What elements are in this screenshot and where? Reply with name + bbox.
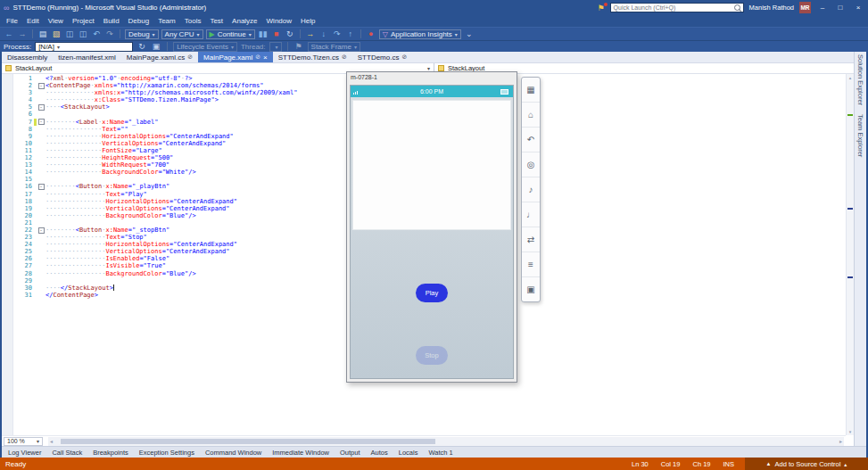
tab-sttdemo-cs[interactable]: STTDemo.cs⊘	[352, 52, 413, 62]
camera-icon[interactable]: ▣	[522, 277, 540, 301]
restart-icon[interactable]: ↻	[285, 30, 295, 38]
window-border-left	[0, 52, 2, 458]
zoom-select[interactable]: 100 % ▾	[4, 437, 43, 446]
menu-test[interactable]: Test	[205, 17, 227, 25]
code-text: ················HorizontalOptions="Cente…	[45, 198, 237, 205]
scroll-down-icon[interactable]: ▾	[847, 429, 854, 434]
pause-icon[interactable]: ▮▮	[258, 30, 269, 38]
step-into-icon[interactable]: ↓	[318, 30, 329, 38]
multi-window-icon[interactable]: ▦	[522, 78, 540, 103]
save-icon[interactable]: ◫	[64, 30, 75, 38]
editor-vertical-scrollbar[interactable]: ▴ ▾	[846, 74, 854, 435]
tab-disassembly[interactable]: Disassembly	[2, 52, 53, 62]
panel-tab-autos[interactable]: Autos	[367, 449, 393, 457]
fold-collapse-icon[interactable]: -	[38, 227, 45, 234]
volume-up-icon[interactable]: ♪	[522, 177, 540, 202]
code-text: <ContentPage·xmlns="http://xamarin.com/s…	[45, 82, 263, 89]
tab-mainpage-xaml[interactable]: MainPage.xaml⊘×	[198, 52, 273, 62]
side-tab-team-explorer[interactable]: Team Explorer	[856, 114, 864, 157]
maximize-button[interactable]: □	[834, 4, 847, 12]
step-out-icon[interactable]: ↑	[345, 30, 356, 38]
panel-tab-command-window[interactable]: Command Window	[201, 449, 266, 457]
minimize-button[interactable]: –	[816, 4, 829, 12]
menu-team[interactable]: Team	[153, 17, 180, 25]
navigate-back-icon[interactable]: ←	[4, 30, 14, 38]
menu-help[interactable]: Help	[296, 17, 319, 25]
editor-horizontal-scrollbar[interactable]: ◂ ▸	[48, 437, 844, 446]
code-text: ················VerticalOptions="CenterA…	[45, 205, 230, 212]
tab-sttdemo-tizen-cs[interactable]: STTDemo.Tizen.cs⊘	[273, 52, 352, 62]
redo-icon[interactable]: ↷	[104, 30, 115, 38]
process-select[interactable]: [N/A]▾	[35, 42, 133, 52]
scroll-right-icon[interactable]: ▸	[839, 438, 842, 444]
scroll-left-icon[interactable]: ◂	[50, 438, 53, 444]
breakpoints-icon[interactable]: ●	[366, 30, 376, 38]
panel-tab-log-viewer[interactable]: Log Viewer	[4, 449, 45, 457]
continue-button[interactable]: ▶Continue▾	[206, 29, 255, 39]
solution-platform-select[interactable]: Any CPU▾	[161, 29, 203, 39]
application-insights-button[interactable]: ▽Application Insights▾	[379, 29, 461, 39]
menu-view[interactable]: View	[44, 17, 68, 25]
panel-tab-locals[interactable]: Locals	[394, 449, 423, 457]
fold-collapse-icon[interactable]: -	[38, 83, 45, 89]
menu-tools[interactable]: Tools	[180, 17, 206, 25]
line-number: 31	[12, 292, 32, 299]
fold-collapse-icon[interactable]: -	[38, 104, 45, 111]
vs-window: ∞ STTDemo (Running) - Microsoft Visual S…	[0, 0, 868, 470]
side-tab-solution-explorer[interactable]: Solution Explorer	[856, 54, 864, 105]
close-button[interactable]: ×	[852, 4, 864, 12]
screenshot-icon[interactable]: ▣	[151, 43, 161, 51]
panel-tab-breakpoints[interactable]: Breakpoints	[88, 449, 133, 457]
tizen-emulator-window[interactable]: m-0728-1 6:00 PM Play Stop	[346, 71, 517, 383]
panel-tab-output[interactable]: Output	[335, 449, 365, 457]
chevron-down-icon: ▾	[197, 31, 200, 37]
save-all-icon[interactable]: ◫	[78, 30, 88, 38]
settings-icon[interactable]: ≡	[522, 252, 540, 277]
toolbar-overflow-icon[interactable]: ⌄	[464, 30, 475, 38]
stop-icon[interactable]: ■	[271, 30, 282, 38]
add-to-source-control-button[interactable]: ▲ Add to Source Control ▴	[745, 458, 868, 470]
chevron-down-icon: ▾	[57, 44, 60, 50]
panel-tab-watch-1[interactable]: Watch 1	[424, 449, 457, 457]
panel-tab-exception-settings[interactable]: Exception Settings	[135, 449, 199, 457]
tab-tizen-manifest-xml[interactable]: tizen-manifest.xml	[53, 52, 120, 62]
back-icon[interactable]: ↶	[522, 128, 540, 153]
quick-launch-search[interactable]: Quick Launch (Ctrl+Q)	[610, 3, 744, 12]
horizontal-scroll-thumb[interactable]	[61, 439, 435, 444]
panel-tab-immediate-window[interactable]: Immediate Window	[268, 449, 334, 457]
avatar[interactable]: MR	[799, 2, 811, 13]
change-tracking-bar	[34, 255, 37, 262]
notifications-flag-icon[interactable]: ⚑	[597, 4, 604, 12]
open-file-icon[interactable]: ▧	[51, 30, 62, 38]
line-number: 20	[12, 212, 32, 219]
rotate-icon[interactable]: ⇄	[522, 227, 540, 252]
power-icon[interactable]: ◎	[522, 153, 540, 177]
flag-toolbar-icon[interactable]: ⚑	[293, 43, 304, 51]
menu-debug[interactable]: Debug	[124, 17, 154, 25]
menu-edit[interactable]: Edit	[22, 17, 44, 25]
new-file-icon[interactable]: ▤	[37, 30, 48, 38]
refresh-icon[interactable]: ↻	[136, 43, 147, 51]
show-next-statement-icon[interactable]: →	[305, 30, 316, 38]
fold-collapse-icon[interactable]: -	[38, 184, 45, 190]
menu-analyze[interactable]: Analyze	[227, 17, 261, 25]
solution-config-select[interactable]: Debug▾	[125, 29, 159, 39]
navigate-forward-icon[interactable]: →	[17, 30, 28, 38]
undo-icon[interactable]: ↶	[91, 30, 102, 38]
user-name[interactable]: Manish Rathod	[749, 4, 794, 12]
fold-collapse-icon[interactable]: -	[38, 119, 45, 125]
home-icon[interactable]: ⌂	[522, 103, 540, 128]
panel-tab-call-stack[interactable]: Call Stack	[47, 449, 87, 457]
tab-mainpage-xaml-cs[interactable]: MainPage.xaml.cs⊘	[121, 52, 198, 62]
volume-down-icon[interactable]: ♩	[522, 202, 540, 227]
line-number: 4	[12, 96, 32, 103]
menu-project[interactable]: Project	[68, 17, 99, 25]
toolbar-separator	[167, 42, 168, 51]
scroll-up-icon[interactable]: ▴	[847, 75, 854, 80]
tab-close-icon[interactable]: ×	[263, 54, 268, 62]
menu-build[interactable]: Build	[99, 17, 124, 25]
menu-window[interactable]: Window	[262, 17, 296, 25]
step-over-icon[interactable]: ↷	[332, 30, 343, 38]
emulator-play-button[interactable]: Play	[416, 284, 448, 302]
menu-file[interactable]: File	[2, 17, 22, 25]
